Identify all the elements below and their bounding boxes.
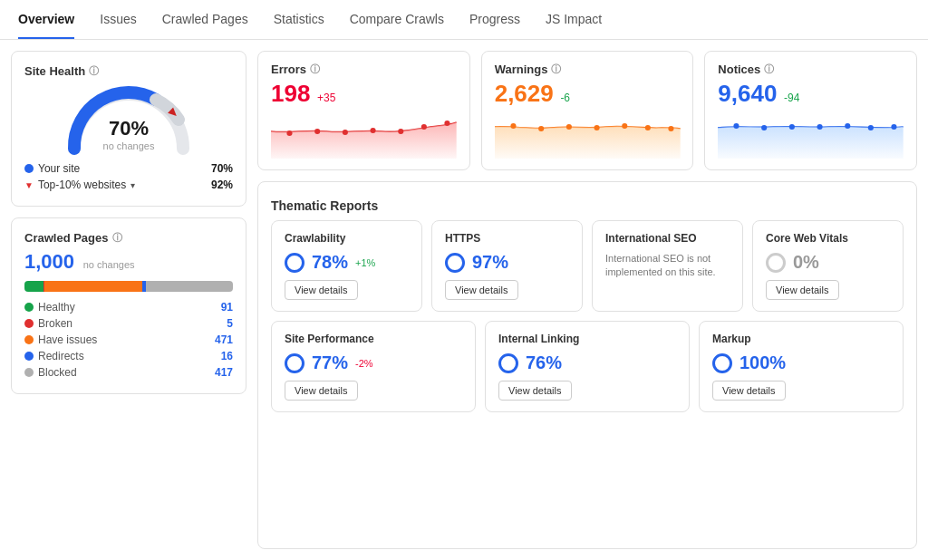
- stat-value-healthy: 91: [221, 301, 233, 314]
- right-panel: Errors ⓘ 198 +35: [257, 51, 917, 549]
- metric-notices-chart: [718, 113, 904, 159]
- theme-markup-name: Markup: [712, 333, 890, 345]
- warnings-info-icon[interactable]: ⓘ: [551, 63, 561, 76]
- chevron-down-icon: ▾: [130, 180, 135, 190]
- progress-healthy: [24, 281, 44, 292]
- thematic-grid-bottom: Site Performance 77% -2% View details In…: [271, 321, 904, 412]
- svg-point-15: [734, 123, 740, 129]
- legend-your-site: Your site 70%: [24, 160, 233, 177]
- stat-blocked: Blocked 417: [24, 364, 233, 381]
- left-panel: Site Health ⓘ: [11, 51, 246, 549]
- app-container: Overview Issues Crawled Pages Statistics…: [0, 0, 928, 560]
- markup-circle-icon: [712, 353, 732, 373]
- dot-redirects: [24, 352, 34, 361]
- theme-sp-name: Site Performance: [285, 333, 462, 345]
- stat-label-broken: Broken: [38, 317, 72, 330]
- svg-point-14: [668, 126, 673, 131]
- view-details-https[interactable]: View details: [445, 280, 518, 300]
- svg-point-4: [370, 128, 375, 133]
- theme-il-score-row: 76%: [498, 352, 676, 373]
- nav-compare-crawls[interactable]: Compare Crawls: [350, 1, 444, 39]
- metrics-row: Errors ⓘ 198 +35: [257, 51, 917, 170]
- metric-notices-label: Notices ⓘ: [718, 63, 904, 76]
- theme-cwv-name: Core Web Vitals: [766, 232, 890, 245]
- theme-cwv-score: 0%: [793, 252, 819, 273]
- gauge-wrapper: 70% no changes: [65, 85, 192, 153]
- metric-warnings: Warnings ⓘ 2,629 -6: [481, 51, 694, 170]
- svg-point-16: [761, 125, 767, 130]
- svg-point-6: [421, 124, 427, 130]
- progress-blocked: [146, 281, 233, 292]
- legend-triangle-icon: ▼: [24, 180, 34, 190]
- gauge-percent: 70%: [103, 117, 155, 140]
- crawled-no-changes: no changes: [83, 259, 135, 270]
- il-circle-icon: [498, 353, 518, 373]
- svg-point-10: [566, 124, 571, 130]
- view-details-cwv[interactable]: View details: [766, 280, 839, 300]
- metric-errors-chart: [271, 113, 457, 159]
- errors-info-icon[interactable]: ⓘ: [310, 63, 320, 76]
- stat-broken: Broken 5: [24, 315, 233, 332]
- theme-intl-seo-desc: International SEO is not implemented on …: [605, 252, 730, 280]
- theme-crawlability-name: Crawlability: [285, 232, 409, 245]
- view-details-crawlability[interactable]: View details: [285, 280, 358, 300]
- view-details-il[interactable]: View details: [498, 381, 572, 401]
- stat-label-blocked: Blocked: [38, 366, 77, 379]
- gauge-sub: no changes: [103, 140, 155, 151]
- crawlability-circle-icon: [285, 253, 304, 273]
- stat-value-issues: 471: [215, 333, 233, 346]
- nav-crawled-pages[interactable]: Crawled Pages: [162, 1, 248, 39]
- site-health-title-text: Site Health: [24, 64, 85, 78]
- theme-https-score: 97%: [472, 252, 508, 273]
- theme-crawlability-score: 78%: [312, 252, 348, 273]
- legend-label-top10: Top-10% websites: [38, 179, 126, 191]
- stat-value-blocked: 417: [215, 366, 233, 379]
- view-details-sp[interactable]: View details: [285, 381, 358, 401]
- site-health-header: Site Health ⓘ: [24, 64, 233, 78]
- metric-notices-change: -94: [784, 92, 799, 104]
- metric-warnings-change: -6: [560, 92, 570, 104]
- svg-point-7: [444, 121, 450, 126]
- svg-point-11: [594, 125, 599, 130]
- metric-errors: Errors ⓘ 198 +35: [257, 51, 470, 170]
- svg-point-19: [846, 123, 851, 129]
- theme-https: HTTPS 97% View details: [431, 220, 583, 312]
- legend-dot-yoursite: [24, 164, 34, 173]
- stat-issues: Have issues 471: [24, 332, 233, 348]
- theme-https-score-row: 97%: [445, 252, 569, 273]
- theme-sp-score-row: 77% -2%: [285, 352, 462, 373]
- theme-sp-score: 77%: [312, 352, 348, 373]
- theme-markup-score: 100%: [740, 352, 786, 373]
- dot-blocked: [24, 368, 34, 377]
- crawled-pages-header: Crawled Pages ⓘ: [24, 231, 233, 245]
- crawled-pages-card: Crawled Pages ⓘ 1,000 no changes: [11, 217, 246, 394]
- crawled-pages-count-row: 1,000 no changes: [24, 250, 233, 274]
- nav-issues[interactable]: Issues: [100, 1, 136, 39]
- nav-statistics[interactable]: Statistics: [274, 1, 324, 39]
- crawled-pages-info-icon[interactable]: ⓘ: [112, 231, 122, 245]
- view-details-markup[interactable]: View details: [712, 381, 786, 401]
- metric-warnings-value: 2,629: [495, 80, 554, 107]
- theme-il-name: Internal Linking: [498, 333, 676, 345]
- dot-issues: [24, 335, 34, 344]
- nav-progress[interactable]: Progress: [469, 1, 520, 39]
- metric-notices-value: 9,640: [718, 80, 777, 107]
- legend-value-top10: 92%: [211, 179, 233, 191]
- legend-value-yoursite: 70%: [211, 162, 233, 175]
- site-health-info-icon[interactable]: ⓘ: [89, 64, 99, 78]
- theme-crawlability-change: +1%: [355, 257, 375, 268]
- svg-point-20: [868, 125, 874, 130]
- theme-cwv-score-row: 0%: [766, 252, 890, 273]
- stat-label-healthy: Healthy: [38, 301, 75, 314]
- thematic-reports-card: Thematic Reports Crawlability 78% +1% Vi…: [257, 181, 917, 549]
- theme-https-name: HTTPS: [445, 232, 569, 245]
- nav-overview[interactable]: Overview: [18, 1, 74, 39]
- nav-js-impact[interactable]: JS Impact: [546, 1, 602, 39]
- cwv-circle-icon: [766, 253, 786, 273]
- svg-point-5: [398, 129, 403, 134]
- notices-info-icon[interactable]: ⓘ: [764, 63, 774, 76]
- svg-point-12: [622, 123, 627, 129]
- svg-point-3: [343, 130, 348, 135]
- theme-international-seo: International SEO International SEO is n…: [592, 220, 743, 312]
- main-content: Site Health ⓘ: [0, 40, 928, 560]
